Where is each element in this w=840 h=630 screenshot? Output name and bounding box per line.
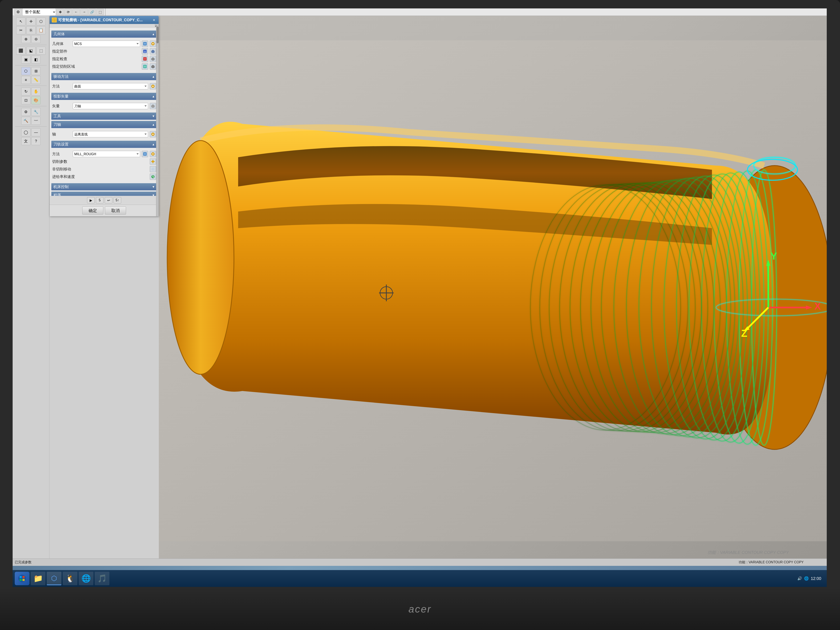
tool-axis-select[interactable]: 远离直线 xyxy=(73,131,148,137)
specify-cut-region-btn-2[interactable] xyxy=(150,63,156,69)
drive-method-icon-btn[interactable] xyxy=(150,83,156,89)
geometry-section-header[interactable]: 几何体 ▲ xyxy=(51,30,157,38)
status-bar: 已完成参数 功能：VARIABLE CONTOUR COPY COPY xyxy=(13,559,827,566)
drive-method-section-content: 方法 曲面 xyxy=(51,81,157,92)
drive-method-select[interactable]: 曲面 xyxy=(73,83,148,89)
move-icon[interactable]: ✥ xyxy=(56,9,64,15)
geometry-icon-btn-1[interactable] xyxy=(142,41,148,47)
cam-icon[interactable]: ⚙ xyxy=(21,108,30,116)
rotate-icon[interactable]: ↻ xyxy=(21,87,30,95)
tool-section-header[interactable]: 工具 ▼ xyxy=(51,112,157,120)
sidebar-separator-4 xyxy=(15,106,46,106)
tool-path-settings-section-header[interactable]: 刀轨设置 ▲ xyxy=(51,141,157,148)
nav-5-btn[interactable]: 5 xyxy=(96,197,104,204)
cancel-button[interactable]: 取消 xyxy=(105,207,126,215)
nav-5up-btn[interactable]: 5↑ xyxy=(114,197,121,204)
panel-nav: ▶ 5 ↩ 5↑ xyxy=(50,196,159,205)
specify-check-row: 指定检查 xyxy=(51,56,157,62)
scroll-thumb[interactable] xyxy=(156,27,159,43)
path-icon[interactable]: 〰 xyxy=(32,117,41,125)
sidebar-separator-3 xyxy=(15,85,46,86)
filter-icon[interactable]: ⬡ xyxy=(36,17,46,25)
cut-params-btn[interactable] xyxy=(150,158,156,165)
cut-icon[interactable]: ✂ xyxy=(16,26,25,34)
select-icon[interactable]: ↖ xyxy=(16,17,25,25)
side-view-icon[interactable]: ◧ xyxy=(32,55,41,63)
taskbar-browser[interactable]: 🌐 xyxy=(79,572,93,585)
layer-icon[interactable]: ≡ xyxy=(21,76,30,84)
machine-control-section-header[interactable]: 机床控制 ▼ xyxy=(51,183,157,190)
sidebar-row-12: ◯ — xyxy=(13,128,48,136)
assembly-icon[interactable]: ⊞ xyxy=(32,67,41,75)
fit-view-icon[interactable]: ⊡ xyxy=(21,96,30,104)
text-icon[interactable]: 文 xyxy=(21,137,30,145)
taskbar-qq[interactable]: 🐧 xyxy=(63,572,77,585)
specify-part-btn-2[interactable] xyxy=(150,48,156,54)
sidebar-row-13: 文 ? xyxy=(13,137,48,145)
geometry-icon-btn-2[interactable] xyxy=(150,41,156,47)
specify-cut-region-btn-1[interactable] xyxy=(142,63,148,69)
non-cut-moves-btn[interactable] xyxy=(150,166,156,172)
specify-cut-region-row: 指定切削区域 xyxy=(51,63,157,69)
pan-icon[interactable]: ✋ xyxy=(32,87,41,95)
settings-icon[interactable]: ⚙ xyxy=(14,9,22,15)
help-icon[interactable]: ? xyxy=(32,137,41,145)
tool-path-method-btn-1[interactable] xyxy=(142,151,148,157)
paste-icon[interactable]: 📋 xyxy=(36,26,46,34)
measure-icon[interactable]: 📏 xyxy=(32,76,41,84)
drive-method-section-header[interactable]: 驱动方法 ▲ xyxy=(51,73,157,80)
zoom-out-icon[interactable]: ⊖ xyxy=(32,35,41,43)
tool-axis-section-header[interactable]: 刀轴 ▲ xyxy=(51,121,157,128)
link-icon[interactable]: 🔗 xyxy=(88,9,96,15)
specify-check-btn-2[interactable] xyxy=(150,56,156,62)
taskbar-nx-app[interactable]: ⬡ xyxy=(47,572,62,585)
specify-part-btn-1[interactable] xyxy=(142,48,148,54)
front-view-icon[interactable]: ▣ xyxy=(21,55,30,63)
wire-icon[interactable]: ⬚ xyxy=(36,47,46,55)
nc-icon[interactable]: 🔧 xyxy=(32,108,41,116)
specify-check-btn-1[interactable] xyxy=(142,56,148,62)
sidebar-row-8: ↻ ✋ xyxy=(13,87,48,95)
refresh-icon[interactable]: ⟳ xyxy=(65,9,72,15)
copy-icon[interactable]: ⎘ xyxy=(26,26,36,34)
geometry-select[interactable]: MCS xyxy=(73,41,140,47)
zoom-in-icon[interactable]: ⊕ xyxy=(21,35,30,43)
render-icon[interactable]: 🎨 xyxy=(32,96,41,104)
projection-vector-icon-btn[interactable] xyxy=(150,103,156,109)
snap-icon[interactable]: ✛ xyxy=(26,17,36,25)
feeds-speeds-btn[interactable] xyxy=(150,174,156,180)
forward-icon[interactable]: → xyxy=(81,9,88,15)
taskbar-media[interactable]: 🎵 xyxy=(95,572,109,585)
panel-scrollbar[interactable] xyxy=(156,24,159,216)
shade-icon[interactable]: ⬕ xyxy=(26,47,36,55)
ok-button[interactable]: 确定 xyxy=(82,207,103,215)
drive-method-arrow: ▲ xyxy=(152,75,155,78)
3d-scene-svg: X Y Z xyxy=(159,16,827,566)
back-icon[interactable]: ← xyxy=(73,9,80,15)
nav-play-btn[interactable]: ▶ xyxy=(87,197,95,204)
tray-icon-2: 🌐 xyxy=(804,576,808,581)
svg-point-31 xyxy=(167,141,234,374)
program-section-header[interactable]: 程序 ▼ xyxy=(51,192,157,196)
tray-icon-1: 🔊 xyxy=(797,576,802,581)
tool-path-method-label: 方法 xyxy=(52,152,71,156)
projection-vector-select[interactable]: 刀轴 xyxy=(73,103,148,109)
assembly-dropdown[interactable]: 整个装配 xyxy=(22,8,56,16)
projection-vector-section-header[interactable]: 投影矢量 ▲ xyxy=(51,93,157,100)
tool-path-method-select[interactable]: MILL_ROUGH xyxy=(73,151,140,157)
panel-close-button[interactable]: × xyxy=(152,17,156,22)
nav-undo-btn[interactable]: ↩ xyxy=(105,197,112,204)
tool-path-method-btn-2[interactable] xyxy=(150,151,156,157)
taskbar-explorer[interactable]: 📁 xyxy=(31,572,46,585)
view-icon[interactable]: ⬛ xyxy=(16,47,25,55)
window-icon[interactable]: ⬚ xyxy=(96,9,104,15)
panel-title-icon: ⚙ xyxy=(52,17,57,22)
screen: ⚙ 整个装配 ✥ ⟳ ← → 🔗 ⬚ ↖ xyxy=(13,8,827,587)
start-button[interactable] xyxy=(15,572,30,585)
tool-axis-icon-btn[interactable] xyxy=(150,131,156,137)
minus-icon[interactable]: — xyxy=(32,128,41,136)
part-icon[interactable]: ⬡ xyxy=(21,67,30,75)
sidebar-row-10: ⚙ 🔧 xyxy=(13,108,48,116)
circle-icon[interactable]: ◯ xyxy=(21,128,30,136)
tool-icon[interactable]: 🔨 xyxy=(21,117,30,125)
